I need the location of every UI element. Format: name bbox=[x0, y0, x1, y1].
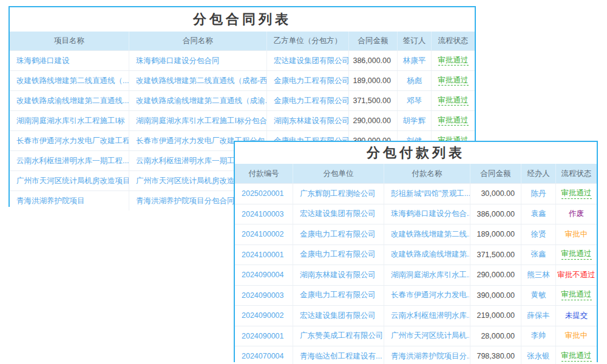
status-text[interactable]: 未提交 bbox=[565, 311, 588, 321]
partyb-unit-link[interactable]: 湖南东林建设有限公司 bbox=[267, 111, 349, 130]
payment-name-link[interactable]: 彭祖新城“四馆”景观工... bbox=[384, 184, 470, 204]
column-header-5: 流程状态 bbox=[556, 164, 597, 183]
subcontract-unit-link[interactable]: 金康电力工程有限公司 bbox=[293, 286, 384, 306]
contract-amount: 371,500.00 bbox=[349, 91, 398, 110]
payments-table: 付款编号分包单位付款名称合同金额经办人流程状态 2025020001广东辉朗工程… bbox=[235, 164, 597, 364]
signer-name: 邓琴 bbox=[398, 91, 432, 110]
status-badge[interactable]: 审批通过 bbox=[432, 111, 475, 130]
payment-name-link[interactable]: 长春市伊通河水力发电... bbox=[384, 286, 470, 306]
partyb-unit-link[interactable]: 金康电力工程有限公司 bbox=[267, 71, 349, 90]
status-badge[interactable]: 审批不通过 bbox=[556, 265, 597, 285]
status-text[interactable]: 审批中 bbox=[565, 229, 588, 240]
contract-amount: 30,000.00 bbox=[470, 184, 521, 204]
payment-no-link[interactable]: 2024100002 bbox=[235, 224, 293, 244]
status-badge[interactable]: 审批通过 bbox=[556, 346, 597, 364]
payment-no-link[interactable]: 2024070004 bbox=[235, 346, 293, 364]
project-name-link[interactable]: 广州市天河区统计局机房改造项目 bbox=[10, 171, 129, 190]
subcontract-unit-link[interactable]: 湖南东林建设有限公司 bbox=[293, 265, 384, 285]
payment-no-link[interactable]: 2024090001 bbox=[235, 326, 293, 346]
subcontract-unit-link[interactable]: 青海临达创工程建设有... bbox=[293, 346, 384, 364]
payment-name-link[interactable]: 青海洪湖养护院项目分... bbox=[384, 346, 470, 364]
contracts-table-header-row: 项目名称合同名称乙方单位（分包方）合同金额签订人流程状态 bbox=[10, 32, 475, 50]
handler-name: 陈丹 bbox=[521, 184, 556, 204]
contract-amount: 371,500.00 bbox=[470, 245, 521, 265]
project-name-link[interactable]: 改建铁路线增建第二线直通线（... bbox=[10, 71, 129, 90]
status-text[interactable]: 审批通过 bbox=[438, 96, 469, 106]
contract-name-link[interactable]: 改建铁路成渝线增建第二直通线（成渝... bbox=[129, 91, 267, 110]
status-text[interactable]: 审批通过 bbox=[561, 189, 592, 199]
handler-name: 黄敏 bbox=[521, 286, 556, 306]
subcontract-unit-link[interactable]: 金康电力工程有限公司 bbox=[293, 245, 384, 265]
status-text[interactable]: 审批中 bbox=[565, 331, 588, 341]
status-badge[interactable]: 审批中 bbox=[556, 326, 597, 346]
status-badge[interactable]: 未提交 bbox=[556, 306, 597, 326]
payments-panel-title: 分包付款列表 bbox=[235, 142, 597, 164]
table-row: 2024090001广东赞美成工程有限公司广州市天河区统计局机...28,000… bbox=[235, 326, 597, 346]
partyb-unit-link[interactable]: 金康电力工程有限公司 bbox=[267, 91, 349, 110]
payment-name-link[interactable]: 云南水利枢纽潜明水库... bbox=[384, 306, 470, 326]
table-row: 改建铁路成渝线增建第二直通线...改建铁路成渝线增建第二直通线（成渝...金康电… bbox=[10, 90, 475, 110]
payment-name-link[interactable]: 珠海鹤港口建设分包合... bbox=[384, 204, 470, 224]
payment-name-link[interactable]: 改建铁路成渝线增建第... bbox=[384, 245, 470, 265]
signer-name: 胡学辉 bbox=[398, 111, 432, 130]
project-name-link[interactable]: 青海洪湖养护院项目 bbox=[10, 191, 129, 211]
contract-name-link[interactable]: 湖南洞庭湖水库引水工程施工I标分包合同 bbox=[129, 111, 267, 130]
subcontract-unit-link[interactable]: 宏达建设集团有限公司 bbox=[293, 204, 384, 224]
handler-name: 徐贤 bbox=[521, 224, 556, 244]
handler-name: 薛保丰 bbox=[521, 306, 556, 326]
payment-name-link[interactable]: 广州市天河区统计局机... bbox=[384, 326, 470, 346]
table-row: 2024090003金康电力工程有限公司长春市伊通河水力发电...390,000… bbox=[235, 285, 597, 306]
partyb-unit-link[interactable]: 宏达建设集团有限公司 bbox=[267, 51, 349, 70]
subcontract-unit-link[interactable]: 广东赞美成工程有限公司 bbox=[293, 326, 384, 346]
payment-no-link[interactable]: 2024100001 bbox=[235, 245, 293, 265]
table-row: 2024100003宏达建设集团有限公司珠海鹤港口建设分包合...386,000… bbox=[235, 204, 597, 224]
status-badge[interactable]: 审批通过 bbox=[556, 245, 597, 265]
subcontract-unit-link[interactable]: 广东辉朗工程测绘公司 bbox=[293, 184, 384, 204]
project-name-link[interactable]: 改建铁路成渝线增建第二直通线... bbox=[10, 91, 129, 110]
contract-amount: 290,000.00 bbox=[349, 111, 398, 130]
payment-name-link[interactable]: 湖南洞庭湖水库引水工... bbox=[384, 265, 470, 285]
payment-no-link[interactable]: 2025020001 bbox=[235, 184, 293, 204]
payments-list-panel: 分包付款列表 付款编号分包单位付款名称合同金额经办人流程状态 202502000… bbox=[234, 141, 598, 362]
contract-amount: 386,000.00 bbox=[470, 204, 521, 224]
status-badge[interactable]: 审批通过 bbox=[432, 51, 475, 70]
payment-name-link[interactable]: 改建铁路线增建第二线... bbox=[384, 224, 470, 244]
status-text[interactable]: 审批通过 bbox=[561, 290, 592, 300]
contract-amount: 386,000.00 bbox=[349, 51, 398, 70]
handler-name: 袁鑫 bbox=[521, 204, 556, 224]
payment-no-link[interactable]: 2024090004 bbox=[235, 265, 293, 285]
handler-name: 张永银 bbox=[521, 346, 556, 364]
column-header-2: 付款名称 bbox=[384, 164, 470, 183]
project-name-link[interactable]: 长春市伊通河水力发电厂改建工程 bbox=[10, 131, 129, 150]
status-text[interactable]: 审批通过 bbox=[561, 351, 592, 362]
contract-name-link[interactable]: 改建铁路线增建第二线直通线（成都-西... bbox=[129, 71, 267, 90]
table-row: 改建铁路线增建第二线直通线（...改建铁路线增建第二线直通线（成都-西...金康… bbox=[10, 70, 475, 90]
status-badge[interactable]: 审批通过 bbox=[556, 184, 597, 204]
payment-no-link[interactable]: 2024090002 bbox=[235, 306, 293, 326]
project-name-link[interactable]: 珠海鹤港口建设 bbox=[10, 51, 129, 70]
handler-name: 张鑫 bbox=[521, 245, 556, 265]
status-badge[interactable]: 审批通过 bbox=[556, 286, 597, 306]
column-header-4: 经办人 bbox=[521, 164, 556, 183]
subcontract-unit-link[interactable]: 金康电力工程有限公司 bbox=[293, 224, 384, 244]
status-text[interactable]: 审批不通过 bbox=[557, 270, 595, 280]
column-header-1: 分包单位 bbox=[293, 164, 384, 183]
status-badge[interactable]: 审批通过 bbox=[432, 91, 475, 110]
status-badge[interactable]: 审批通过 bbox=[432, 71, 475, 90]
project-name-link[interactable]: 湖南洞庭湖水库引水工程施工I标 bbox=[10, 111, 129, 130]
subcontract-unit-link[interactable]: 宏达建设集团有限公司 bbox=[293, 306, 384, 326]
status-badge[interactable]: 作废 bbox=[556, 204, 597, 224]
payments-table-body: 2025020001广东辉朗工程测绘公司彭祖新城“四馆”景观工...30,000… bbox=[235, 183, 597, 364]
payment-no-link[interactable]: 2024100003 bbox=[235, 204, 293, 224]
status-badge[interactable]: 审批中 bbox=[556, 224, 597, 244]
contracts-panel-title: 分包合同列表 bbox=[10, 7, 475, 32]
status-text[interactable]: 作废 bbox=[569, 209, 584, 219]
contract-name-link[interactable]: 珠海鹤港口建设分包合同 bbox=[129, 51, 267, 70]
payments-table-header-row: 付款编号分包单位付款名称合同金额经办人流程状态 bbox=[235, 164, 597, 183]
status-text[interactable]: 审批通过 bbox=[438, 76, 469, 86]
status-text[interactable]: 审批通过 bbox=[561, 249, 592, 260]
status-text[interactable]: 审批通过 bbox=[438, 116, 469, 126]
project-name-link[interactable]: 云南水利枢纽潜明水库一期工程... bbox=[10, 151, 129, 170]
status-text[interactable]: 审批通过 bbox=[438, 56, 469, 66]
payment-no-link[interactable]: 2024090003 bbox=[235, 286, 293, 306]
